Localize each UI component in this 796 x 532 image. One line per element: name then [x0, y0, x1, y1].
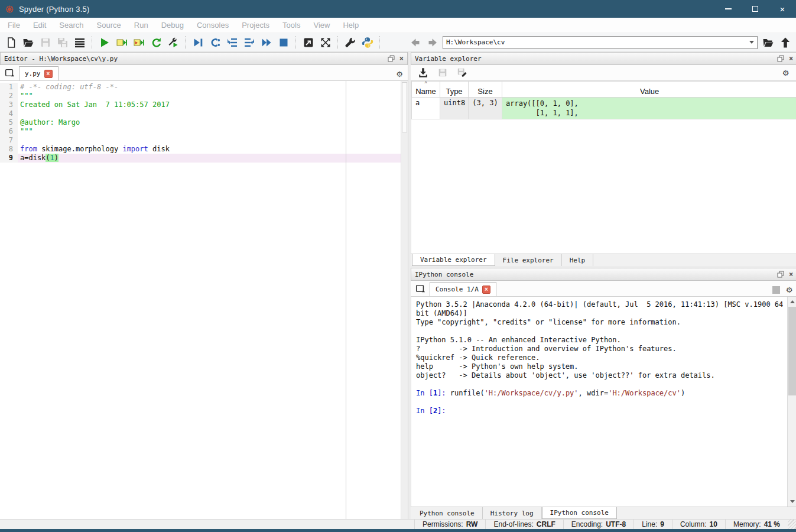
step-return-button[interactable] [241, 34, 258, 51]
import-data-button[interactable] [414, 64, 431, 81]
line-number: 9 [0, 154, 18, 163]
tab-close-button[interactable]: × [482, 286, 490, 294]
tab-python-console[interactable]: Python console [412, 507, 483, 519]
working-directory-value: H:\Workspace\cv [446, 38, 505, 46]
tab-help[interactable]: Help [562, 254, 594, 266]
menu-view[interactable]: View [307, 18, 336, 33]
column-header-value[interactable]: Value [502, 82, 796, 98]
column-header-size[interactable]: Size [469, 82, 502, 98]
code-line: 1# -*- coding: utf-8 -*- [0, 83, 408, 92]
browse-tabs-icon[interactable] [413, 281, 427, 296]
preferences-button[interactable] [342, 34, 359, 51]
menu-tools[interactable]: Tools [276, 18, 307, 33]
save-data-as-button[interactable] [453, 64, 470, 81]
undock-icon[interactable] [777, 271, 784, 278]
tab-ipython-console[interactable]: IPython console [542, 507, 617, 519]
variable-explorer-gear-icon[interactable]: ⚙ [782, 69, 789, 77]
run-settings-button[interactable] [164, 34, 181, 51]
code-text: @author: Margo [18, 118, 408, 127]
variable-explorer-header: Variable explorer × [411, 52, 796, 65]
back-button[interactable] [407, 34, 424, 51]
status-permissions: Permissions:RW [414, 520, 485, 529]
save-all-button[interactable] [54, 34, 71, 51]
run-cell-advance-button[interactable] [130, 34, 147, 51]
console-pane: IPython console × Console 1/A × ⚙ [411, 268, 796, 519]
new-file-button[interactable] [2, 34, 20, 51]
status-memory: Memory:41 % [725, 520, 788, 529]
table-row[interactable]: auint8(3, 3)array([[0, 1, 0], [1, 1, 1], [412, 98, 796, 119]
close-button[interactable]: × [769, 0, 796, 18]
menu-consoles[interactable]: Consoles [190, 18, 235, 33]
tab-variable-explorer[interactable]: Variable explorer [412, 254, 495, 266]
menu-projects[interactable]: Projects [235, 18, 276, 33]
run-button[interactable] [96, 34, 113, 51]
step-into-button[interactable] [223, 34, 241, 51]
menu-edit[interactable]: Edit [27, 18, 53, 33]
console-line [416, 398, 783, 407]
cell-type[interactable]: uint8 [440, 98, 469, 119]
code-line: 8from skimage.morphology import disk [0, 145, 408, 154]
rerun-cell-button[interactable] [147, 34, 164, 51]
undock-icon[interactable] [388, 55, 395, 62]
console-tab[interactable]: Console 1/A × [430, 282, 496, 296]
tab-close-button[interactable]: × [44, 70, 53, 78]
console-output[interactable]: Python 3.5.2 |Anaconda 4.2.0 (64-bit)| (… [411, 297, 796, 507]
tab-history-log[interactable]: History log [483, 507, 542, 519]
interrupt-kernel-icon[interactable] [772, 286, 780, 294]
menu-debug[interactable]: Debug [155, 18, 190, 33]
line-number: 8 [0, 145, 18, 154]
save-button[interactable] [37, 34, 54, 51]
cell-value[interactable]: array([[0, 1, 0], [1, 1, 1], [502, 98, 796, 119]
close-pane-icon[interactable]: × [789, 56, 793, 61]
minimize-button[interactable] [714, 0, 742, 18]
maximize-button[interactable] [742, 0, 769, 18]
close-pane-icon[interactable]: × [399, 56, 404, 61]
variable-explorer-tabs: Variable explorerFile explorerHelp [411, 254, 796, 266]
close-pane-icon[interactable]: × [789, 271, 793, 277]
line-number: 7 [0, 136, 18, 145]
continue-button[interactable] [258, 34, 275, 51]
console-scrollbar[interactable] [787, 297, 796, 507]
cell-name[interactable]: a [412, 98, 440, 119]
forward-button[interactable] [424, 34, 441, 51]
menu-search[interactable]: Search [53, 18, 90, 33]
parent-directory-button[interactable] [776, 34, 794, 51]
cell-size[interactable]: (3, 3) [469, 98, 502, 119]
editor-tabbar: y.py × ⚙ [0, 65, 408, 81]
browse-tabs-icon[interactable] [2, 66, 17, 80]
step-over-button[interactable] [206, 34, 223, 51]
scrollbar-thumb[interactable] [788, 307, 796, 395]
column-header-name[interactable]: ^Name [412, 82, 440, 98]
editor-scrollbar[interactable] [401, 81, 408, 519]
tab-file-explorer[interactable]: File explorer [495, 254, 562, 266]
menu-source[interactable]: Source [90, 18, 128, 33]
python-path-button[interactable] [359, 34, 376, 51]
save-data-button[interactable] [434, 64, 451, 81]
editor-options-gear-icon[interactable]: ⚙ [396, 70, 403, 78]
run-cell-button[interactable] [113, 34, 130, 51]
undock-icon[interactable] [777, 55, 784, 62]
resize-grip[interactable] [788, 520, 796, 529]
line-number: 2 [0, 92, 18, 100]
maximize-pane-button[interactable] [300, 34, 317, 51]
menu-file[interactable]: File [1, 18, 27, 33]
code-area[interactable]: 1# -*- coding: utf-8 -*-2"""3Created on … [0, 81, 408, 519]
scroll-up-icon[interactable] [788, 297, 796, 306]
scroll-down-icon[interactable] [788, 497, 796, 506]
fullscreen-button[interactable] [317, 34, 334, 51]
console-options-gear-icon[interactable]: ⚙ [786, 286, 793, 294]
working-directory-combobox[interactable]: H:\Workspace\cv [443, 36, 758, 49]
chevron-down-icon[interactable] [746, 41, 757, 44]
console-line: Python 3.5.2 |Anaconda 4.2.0 (64-bit)| (… [416, 300, 783, 309]
open-file-button[interactable] [20, 34, 37, 51]
code-text [18, 136, 408, 145]
menu-help[interactable]: Help [336, 18, 365, 33]
scrollbar-thumb[interactable] [402, 82, 407, 132]
menu-run[interactable]: Run [128, 18, 155, 33]
column-header-type[interactable]: Type [440, 82, 469, 98]
stop-button[interactable] [275, 34, 292, 51]
browse-directory-button[interactable] [759, 34, 776, 51]
file-switcher-button[interactable] [71, 34, 88, 51]
editor-tab-ypy[interactable]: y.py × [19, 66, 59, 80]
debug-button[interactable] [189, 34, 206, 51]
